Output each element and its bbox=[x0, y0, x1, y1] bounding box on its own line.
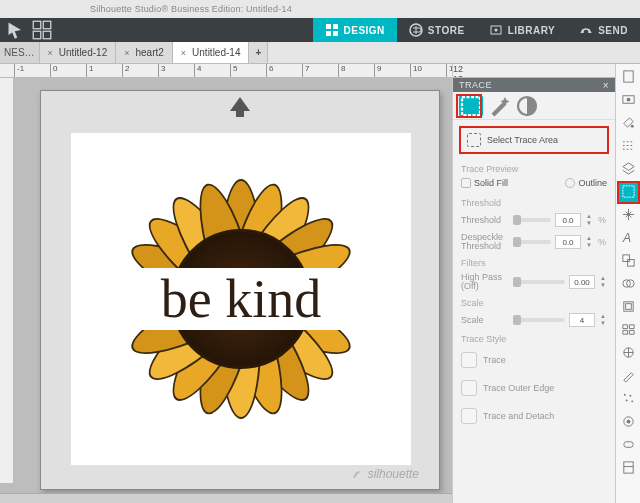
trace-and-detach-button[interactable]: Trace and Detach bbox=[453, 402, 615, 430]
trace-outer-icon bbox=[461, 380, 477, 396]
line-style-icon[interactable] bbox=[618, 135, 639, 156]
trace-button[interactable]: Trace bbox=[453, 346, 615, 374]
send-icon bbox=[579, 23, 593, 37]
trace-icon bbox=[461, 352, 477, 368]
image-effects-icon[interactable] bbox=[618, 342, 639, 363]
threshold-section-label: Threshold bbox=[453, 194, 615, 210]
doc-tab-label: Untitled-12 bbox=[59, 47, 107, 58]
scale-stepper[interactable]: ▲▼ bbox=[599, 313, 607, 327]
highpass-value[interactable]: 0.00 bbox=[569, 275, 595, 289]
svg-rect-5 bbox=[333, 24, 338, 29]
threshold-slider[interactable]: Threshold 0.0 ▲▼ % bbox=[453, 210, 615, 230]
highpass-slider[interactable]: High Pass (Off) 0.00 ▲▼ bbox=[453, 270, 615, 294]
watermark: silhouette bbox=[350, 467, 419, 481]
close-icon[interactable]: × bbox=[48, 48, 53, 58]
tab-design[interactable]: DESIGN bbox=[313, 18, 397, 42]
offset-icon[interactable] bbox=[618, 296, 639, 317]
threshold-stepper[interactable]: ▲▼ bbox=[585, 213, 593, 227]
tab-send-label: SEND bbox=[598, 25, 628, 36]
despeckle-value[interactable]: 0.0 bbox=[555, 235, 581, 249]
top-nav: DESIGN STORE LIBRARY SEND bbox=[0, 18, 640, 42]
solid-fill-icon bbox=[461, 178, 471, 188]
select-trace-area-button[interactable]: Select Trace Area bbox=[459, 126, 609, 154]
feed-direction-icon bbox=[230, 97, 250, 111]
trace-style-label: Trace Style bbox=[453, 330, 615, 346]
despeckle-slider[interactable]: Despeckle Threshold 0.0 ▲▼ % bbox=[453, 230, 615, 254]
store-icon bbox=[409, 23, 423, 37]
horizontal-ruler: -101234567891011 bbox=[0, 64, 452, 78]
filters-section-label: Filters bbox=[453, 254, 615, 270]
trace-mode-magic-button[interactable] bbox=[487, 95, 511, 117]
pixscan-icon[interactable] bbox=[618, 89, 639, 110]
svg-point-31 bbox=[626, 420, 630, 424]
svg-rect-2 bbox=[33, 31, 41, 39]
highpass-stepper[interactable]: ▲▼ bbox=[599, 275, 607, 289]
svg-text:A: A bbox=[621, 231, 630, 245]
doc-tab-2[interactable]: × Untitled-14 bbox=[173, 42, 250, 63]
modify-icon[interactable] bbox=[618, 273, 639, 294]
scale-slider[interactable]: Scale 4 ▲▼ bbox=[453, 310, 615, 330]
close-icon[interactable]: × bbox=[124, 48, 129, 58]
trace-outer-edge-button[interactable]: Trace Outer Edge bbox=[453, 374, 615, 402]
svg-point-27 bbox=[629, 395, 631, 397]
doc-tab-1[interactable]: × heart2 bbox=[116, 42, 173, 63]
design-page[interactable]: be kind silhouette bbox=[40, 90, 440, 490]
emboss-icon[interactable] bbox=[618, 434, 639, 455]
trace-preview-label: Trace Preview bbox=[453, 160, 615, 176]
svg-rect-33 bbox=[623, 462, 632, 473]
trace-icon[interactable] bbox=[618, 181, 639, 202]
tab-send[interactable]: SEND bbox=[567, 18, 640, 42]
rhinestone-icon[interactable] bbox=[618, 411, 639, 432]
trace-mode-color-button[interactable] bbox=[515, 95, 539, 117]
artwork-image[interactable]: be kind bbox=[71, 133, 411, 465]
doc-tab-0[interactable]: × Untitled-12 bbox=[40, 42, 117, 63]
tab-store[interactable]: STORE bbox=[397, 18, 477, 42]
outline-option[interactable]: Outline bbox=[565, 178, 607, 188]
svg-point-28 bbox=[625, 399, 627, 401]
threshold-value[interactable]: 0.0 bbox=[555, 213, 581, 227]
horizontal-ruler-right: 12131415 bbox=[453, 64, 615, 78]
page-setup-icon[interactable] bbox=[618, 66, 639, 87]
fill-icon[interactable] bbox=[618, 112, 639, 133]
svg-point-26 bbox=[623, 394, 625, 396]
horizontal-scrollbar[interactable] bbox=[0, 493, 452, 503]
select-trace-label: Select Trace Area bbox=[487, 135, 558, 145]
doc-tab-label: heart2 bbox=[135, 47, 163, 58]
transform-icon[interactable] bbox=[618, 204, 639, 225]
tab-library[interactable]: LIBRARY bbox=[477, 18, 568, 42]
svg-rect-24 bbox=[625, 304, 631, 310]
tab-design-label: DESIGN bbox=[344, 25, 385, 36]
marquee-icon bbox=[467, 133, 481, 147]
canvas-area: -101234567891011 be kind silhouette bbox=[0, 64, 452, 503]
solid-fill-option[interactable]: Solid Fill bbox=[461, 178, 508, 188]
window-title: Silhouette Studio® Business Edition: Unt… bbox=[0, 0, 640, 18]
trace-panel-header: TRACE × bbox=[453, 78, 615, 92]
replicate-icon[interactable] bbox=[618, 250, 639, 271]
new-tab-button[interactable]: + bbox=[249, 42, 268, 63]
svg-rect-6 bbox=[326, 31, 331, 36]
svg-rect-19 bbox=[622, 255, 629, 262]
svg-point-16 bbox=[630, 125, 633, 128]
layers-icon[interactable] bbox=[618, 158, 639, 179]
tab-store-label: STORE bbox=[428, 25, 465, 36]
artwork-text: be kind bbox=[161, 272, 321, 326]
close-icon[interactable]: × bbox=[181, 48, 186, 58]
stipple-icon[interactable] bbox=[618, 388, 639, 409]
grid-tool-icon[interactable] bbox=[32, 20, 52, 40]
trace-mode-auto-button[interactable] bbox=[459, 95, 483, 117]
close-panel-icon[interactable]: × bbox=[603, 80, 609, 91]
select-tool-icon[interactable] bbox=[6, 20, 26, 40]
nesting-icon[interactable] bbox=[618, 319, 639, 340]
svg-rect-13 bbox=[623, 71, 632, 82]
svg-rect-32 bbox=[623, 442, 632, 448]
doc-tab-label: Untitled-14 bbox=[192, 47, 240, 58]
svg-rect-20 bbox=[627, 260, 634, 267]
scale-section-label: Scale bbox=[453, 294, 615, 310]
text-style-icon[interactable]: A bbox=[618, 227, 639, 248]
scale-value[interactable]: 4 bbox=[569, 313, 595, 327]
right-tool-rail: A bbox=[615, 64, 640, 503]
tabs-overflow[interactable]: NES… bbox=[0, 42, 40, 63]
media-layout-icon[interactable] bbox=[618, 457, 639, 478]
sketch-icon[interactable] bbox=[618, 365, 639, 386]
despeckle-stepper[interactable]: ▲▼ bbox=[585, 235, 593, 249]
